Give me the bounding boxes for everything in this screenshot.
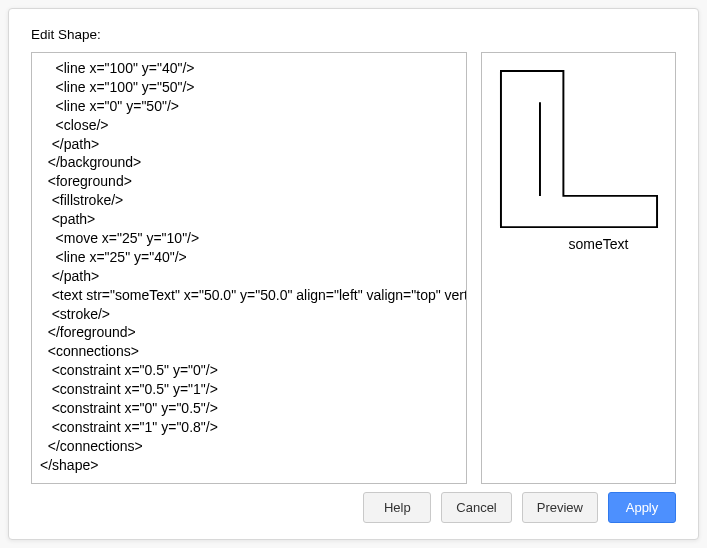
button-row: Help Cancel Preview Apply (31, 492, 676, 523)
preview-text-label: someText (499, 236, 659, 252)
preview-inner: someText (499, 69, 659, 252)
apply-button[interactable]: Apply (608, 492, 676, 523)
help-button[interactable]: Help (363, 492, 431, 523)
preview-panel: someText (481, 52, 676, 484)
edit-shape-dialog: Edit Shape: someText Help Cancel Preview… (8, 8, 699, 540)
shape-xml-textarea[interactable] (32, 53, 466, 483)
dialog-title: Edit Shape: (31, 27, 676, 42)
shape-preview-svg (499, 69, 659, 234)
content-row: someText (31, 52, 676, 478)
cancel-button[interactable]: Cancel (441, 492, 511, 523)
code-editor-container (31, 52, 467, 484)
shape-outline (500, 71, 656, 227)
preview-button[interactable]: Preview (522, 492, 598, 523)
